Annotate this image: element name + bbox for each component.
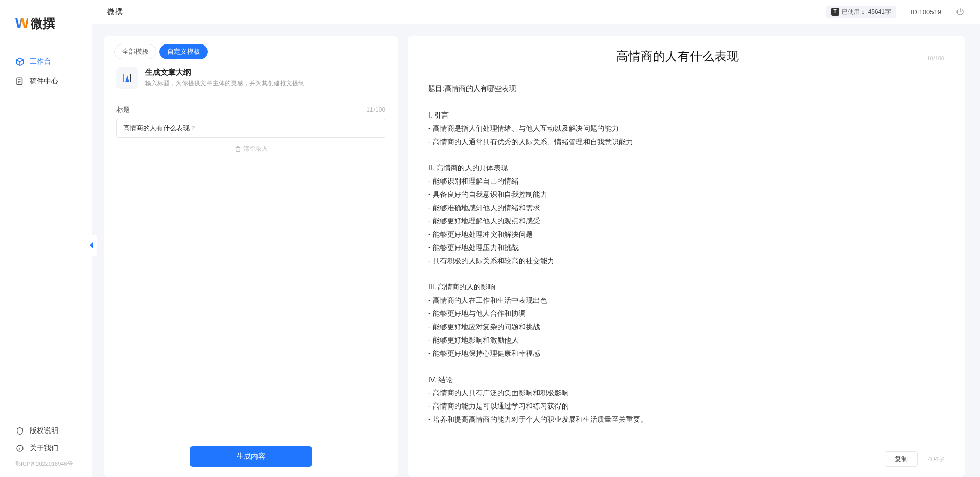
result-body[interactable]: 题目:高情商的人有哪些表现 I. 引言 - 高情商是指人们处理情绪、与他人互动以… [428, 72, 944, 444]
sidebar-item-workspace[interactable]: 工作台 [0, 52, 92, 72]
template-card: 生成文章大纲 输入标题，为你提供文章主体的灵感，并为其创建推文提纲 [104, 67, 398, 97]
svg-rect-7 [236, 147, 240, 151]
title-field-block: 标题 11/100 [104, 97, 398, 138]
copy-button[interactable]: 复制 [885, 451, 918, 467]
topbar-right: T 已使用： 45641字 ID:100519 [826, 6, 965, 18]
template-name: 生成文章大纲 [145, 67, 385, 77]
content-area: 全部模板 自定义模板 生成文章大纲 输入标题，为你提供文章主体的灵感，并为其创建… [92, 24, 980, 477]
sidebar-item-label: 版权说明 [30, 426, 58, 436]
sidebar-item-drafts[interactable]: 稿件中心 [0, 72, 92, 91]
generate-button[interactable]: 生成内容 [190, 446, 312, 467]
tab-all-templates[interactable]: 全部模板 [114, 44, 156, 59]
sidebar-item-label: 稿件中心 [30, 77, 58, 86]
result-title: 高情商的人有什么表现 [616, 48, 739, 64]
title-counter: 11/100 [366, 106, 385, 113]
info-icon [15, 444, 25, 453]
template-icon [116, 67, 138, 89]
clear-input-button[interactable]: 清空录入 [104, 138, 398, 161]
right-panel: 高情商的人有什么表现 10/100 题目:高情商的人有哪些表现 I. 引言 - … [408, 36, 965, 477]
title-label: 标题 [116, 105, 130, 115]
shield-icon [15, 426, 25, 436]
sidebar-item-about[interactable]: 关于我们 [0, 440, 92, 457]
icp-text: 鄂ICP备2022016946号 [0, 457, 92, 472]
brand-letter: W [15, 15, 28, 32]
doc-icon [15, 77, 25, 86]
nav: 工作台 稿件中心 [0, 47, 92, 417]
app-root: W 微撰 工作台 稿件中心 版权说明 [0, 0, 980, 477]
logo: W 微撰 [0, 15, 92, 47]
usage-badge: T 已使用： 45641字 [826, 6, 896, 18]
title-input[interactable] [116, 119, 385, 138]
sidebar-item-label: 工作台 [30, 57, 51, 66]
sidebar-item-label: 关于我们 [30, 444, 58, 453]
brand-text: 微撰 [31, 15, 55, 32]
sidebar-collapse-button[interactable] [86, 235, 97, 256]
word-count: 404字 [928, 455, 944, 464]
usage-value: 45641字 [868, 8, 891, 16]
clear-label: 清空录入 [243, 145, 268, 153]
user-id: ID:100519 [911, 8, 941, 16]
topbar: 微撰 T 已使用： 45641字 ID:100519 [92, 0, 980, 24]
result-title-counter: 10/100 [927, 55, 944, 61]
result-footer: 复制 404字 [428, 444, 944, 467]
left-panel: 全部模板 自定义模板 生成文章大纲 输入标题，为你提供文章主体的灵感，并为其创建… [104, 36, 398, 477]
sidebar-footer: 版权说明 关于我们 鄂ICP备2022016946号 [0, 417, 92, 477]
template-desc: 输入标题，为你提供文章主体的灵感，并为其创建推文提纲 [145, 79, 385, 88]
tab-custom-templates[interactable]: 自定义模板 [159, 44, 208, 59]
usage-label: 已使用： [842, 8, 866, 16]
sidebar-item-copyright[interactable]: 版权说明 [0, 422, 92, 440]
breadcrumb: 微撰 [107, 7, 123, 17]
trash-icon [235, 146, 241, 152]
template-info: 生成文章大纲 输入标题，为你提供文章主体的灵感，并为其创建推文提纲 [145, 67, 385, 89]
main: 微撰 T 已使用： 45641字 ID:100519 全部模板 自定义模板 [92, 0, 980, 477]
sidebar: W 微撰 工作台 稿件中心 版权说明 [0, 0, 92, 477]
result-header: 高情商的人有什么表现 10/100 [428, 48, 944, 72]
template-tabs: 全部模板 自定义模板 [104, 44, 398, 67]
power-icon[interactable] [955, 7, 965, 16]
text-icon: T [831, 8, 839, 16]
cube-icon [15, 57, 25, 66]
